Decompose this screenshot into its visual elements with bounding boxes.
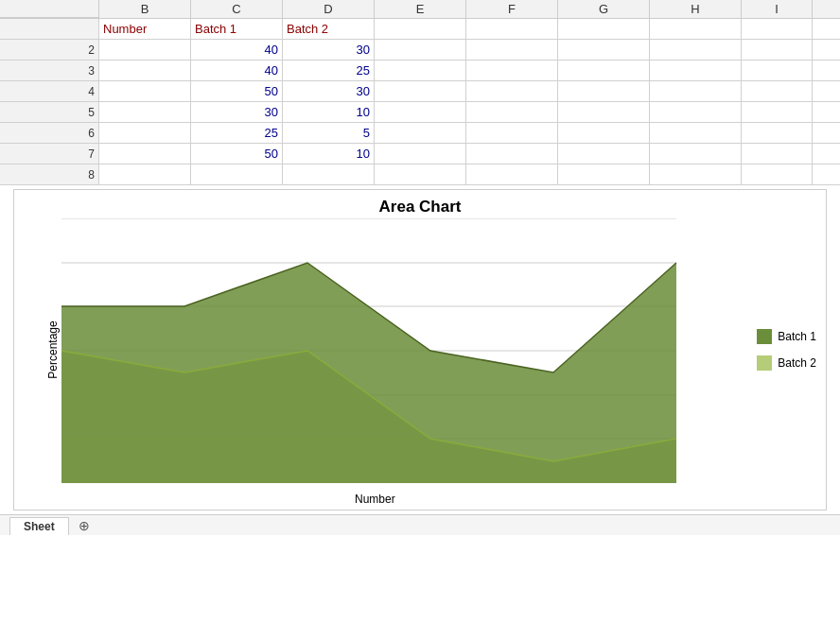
- cell-i1[interactable]: [742, 19, 813, 39]
- legend-label-batch1: Batch 1: [778, 330, 816, 343]
- cell-e4[interactable]: [375, 81, 466, 101]
- cell-i7[interactable]: [742, 144, 813, 164]
- cell-e1[interactable]: [375, 19, 466, 39]
- cell-e3[interactable]: [375, 61, 466, 80]
- cell-d2[interactable]: 30: [283, 40, 375, 60]
- cell-d6[interactable]: 5: [283, 123, 375, 143]
- table-row: 5 30 10: [0, 102, 840, 123]
- cell-d8[interactable]: [283, 164, 375, 184]
- cell-g7[interactable]: [558, 144, 650, 164]
- cell-f3[interactable]: [466, 61, 558, 80]
- cell-b6[interactable]: [99, 123, 191, 143]
- cell-h8[interactable]: [650, 164, 742, 184]
- cell-f4[interactable]: [466, 81, 558, 101]
- cell-g5[interactable]: [558, 102, 650, 122]
- cell-f1[interactable]: [466, 19, 558, 39]
- cell-c8[interactable]: [191, 164, 283, 184]
- cell-h5[interactable]: [650, 102, 742, 122]
- cell-c2[interactable]: 40: [191, 40, 283, 60]
- row-num: 2: [0, 40, 99, 60]
- row-num: 7: [0, 144, 99, 164]
- col-headers: B C D E F G H I: [0, 0, 840, 19]
- cell-f6[interactable]: [466, 123, 558, 143]
- batch1-area: [61, 263, 676, 483]
- cell-e7[interactable]: [375, 144, 466, 164]
- sheet-tab-sheet[interactable]: Sheet: [9, 517, 69, 535]
- chart-container: Area Chart Percentage Batch 1 Batch 2: [13, 189, 827, 511]
- cell-c6[interactable]: 25: [191, 123, 283, 143]
- cell-g4[interactable]: [558, 81, 650, 101]
- cell-d3[interactable]: 25: [283, 61, 375, 80]
- cell-d7[interactable]: 10: [283, 144, 375, 164]
- legend-item-batch2: Batch 2: [757, 355, 816, 371]
- cell-g3[interactable]: [558, 61, 650, 80]
- cell-c3[interactable]: 40: [191, 61, 283, 80]
- table-row: 3 40 25: [0, 61, 840, 81]
- cell-b5[interactable]: [99, 102, 191, 122]
- cell-h7[interactable]: [650, 144, 742, 164]
- cell-i3[interactable]: [742, 61, 813, 80]
- legend-label-batch2: Batch 2: [778, 356, 816, 370]
- cell-b3[interactable]: [99, 61, 191, 80]
- cell-c4[interactable]: 50: [191, 81, 283, 101]
- cell-i8[interactable]: [742, 164, 813, 184]
- cell-e6[interactable]: [375, 123, 466, 143]
- row-num: 4: [0, 81, 99, 101]
- col-header-b: B: [99, 0, 191, 18]
- legend-item-batch1: Batch 1: [757, 329, 816, 344]
- row-num: 6: [0, 123, 99, 143]
- cell-e8[interactable]: [375, 164, 466, 184]
- cell-b8[interactable]: [99, 164, 191, 184]
- row-num: [0, 19, 99, 39]
- cell-i6[interactable]: [742, 123, 813, 143]
- cell-g6[interactable]: [558, 123, 650, 143]
- corner-header: [0, 0, 99, 18]
- col-header-h: H: [650, 0, 742, 18]
- cell-d1[interactable]: Batch 2: [283, 19, 375, 39]
- cell-h6[interactable]: [650, 123, 742, 143]
- cell-i4[interactable]: [742, 81, 813, 101]
- cell-i5[interactable]: [742, 102, 813, 122]
- cell-h3[interactable]: [650, 61, 742, 80]
- y-axis-label: Percentage: [46, 320, 60, 378]
- cell-b1[interactable]: Number: [99, 19, 191, 39]
- table-row: 4 50 30: [0, 81, 840, 102]
- col-header-i: I: [742, 0, 813, 18]
- legend-box-batch1: [757, 329, 772, 344]
- x-axis-label: Number: [355, 493, 395, 506]
- col-header-f: F: [466, 0, 558, 18]
- col-header-e: E: [375, 0, 466, 18]
- sheet-tabs: Sheet ⊕: [0, 514, 840, 535]
- cell-d4[interactable]: 30: [283, 81, 375, 101]
- spreadsheet-body: Number Batch 1 Batch 2 2 40 30 3 40 25: [0, 19, 840, 185]
- cell-c7[interactable]: 50: [191, 144, 283, 164]
- table-row: 6 25 5: [0, 123, 840, 144]
- cell-f5[interactable]: [466, 102, 558, 122]
- spreadsheet-wrapper: B C D E F G H I Number Batch 1 Batch 2 2…: [0, 0, 840, 535]
- cell-e5[interactable]: [375, 102, 466, 122]
- row-num: 8: [0, 164, 99, 184]
- cell-b4[interactable]: [99, 81, 191, 101]
- cell-h2[interactable]: [650, 40, 742, 60]
- col-header-c: C: [191, 0, 283, 18]
- col-header-d: D: [283, 0, 375, 18]
- cell-f7[interactable]: [466, 144, 558, 164]
- cell-i2[interactable]: [742, 40, 813, 60]
- row-num: 3: [0, 61, 99, 80]
- cell-c1[interactable]: Batch 1: [191, 19, 283, 39]
- cell-h4[interactable]: [650, 81, 742, 101]
- cell-f8[interactable]: [466, 164, 558, 184]
- cell-c5[interactable]: 30: [191, 102, 283, 122]
- cell-g2[interactable]: [558, 40, 650, 60]
- cell-h1[interactable]: [650, 19, 742, 39]
- cell-g8[interactable]: [558, 164, 650, 184]
- cell-e2[interactable]: [375, 40, 466, 60]
- cell-b7[interactable]: [99, 144, 191, 164]
- cell-d5[interactable]: 10: [283, 102, 375, 122]
- cell-g1[interactable]: [558, 19, 650, 39]
- table-row: 7 50 10: [0, 144, 840, 164]
- table-row: Number Batch 1 Batch 2: [0, 19, 840, 40]
- add-sheet-button[interactable]: ⊕: [71, 516, 97, 535]
- cell-b2[interactable]: [99, 40, 191, 60]
- cell-f2[interactable]: [466, 40, 558, 60]
